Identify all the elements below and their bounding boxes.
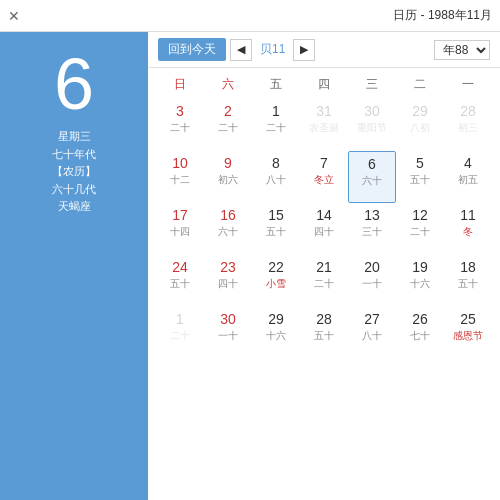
calendar-day[interactable]: 26七十 bbox=[396, 307, 444, 359]
calendar-week: 1二十30一十29十六28五十27八十26七十25感恩节 bbox=[156, 307, 492, 359]
calendar-day[interactable]: 27八十 bbox=[348, 307, 396, 359]
lunar-date: 一十 bbox=[218, 330, 238, 342]
solar-date: 30 bbox=[220, 311, 236, 328]
calendar-day[interactable]: 17十四 bbox=[156, 203, 204, 255]
prev-button[interactable]: ◀ bbox=[230, 39, 252, 61]
sidebar-day-number: 6 bbox=[54, 48, 94, 120]
solar-date: 26 bbox=[412, 311, 428, 328]
sidebar-zodiac: 天蝎座 bbox=[52, 198, 96, 216]
day-header-sun: 日 bbox=[156, 72, 204, 97]
solar-date: 12 bbox=[412, 207, 428, 224]
lunar-date: 六十 bbox=[218, 226, 238, 238]
solar-date: 22 bbox=[268, 259, 284, 276]
solar-date: 13 bbox=[364, 207, 380, 224]
calendar-day[interactable]: 8八十 bbox=[252, 151, 300, 203]
calendar-day[interactable]: 29十六 bbox=[252, 307, 300, 359]
calendar-day[interactable]: 19十六 bbox=[396, 255, 444, 307]
solar-date: 28 bbox=[460, 103, 476, 120]
month-label[interactable]: 贝11 bbox=[256, 41, 289, 58]
lunar-date: 二十 bbox=[170, 330, 190, 342]
lunar-date: 初三 bbox=[458, 122, 478, 134]
lunar-date: 四十 bbox=[218, 278, 238, 290]
solar-date: 1 bbox=[272, 103, 280, 120]
solar-date: 28 bbox=[316, 311, 332, 328]
calendar-day[interactable]: 24五十 bbox=[156, 255, 204, 307]
solar-date: 29 bbox=[268, 311, 284, 328]
calendar-day[interactable]: 1二十 bbox=[252, 99, 300, 151]
calendar-day[interactable]: 6六十 bbox=[348, 151, 396, 203]
lunar-date: 二十 bbox=[218, 122, 238, 134]
calendar-week: 3二十2二十1二十31农圣诞30重阳节29八初28初三 bbox=[156, 99, 492, 151]
solar-date: 31 bbox=[316, 103, 332, 120]
lunar-date: 二十 bbox=[410, 226, 430, 238]
solar-date: 6 bbox=[368, 156, 376, 173]
calendar-day[interactable]: 25感恩节 bbox=[444, 307, 492, 359]
calendar-day[interactable]: 20一十 bbox=[348, 255, 396, 307]
solar-date: 24 bbox=[172, 259, 188, 276]
lunar-date: 重阳节 bbox=[357, 122, 387, 134]
main-content: 6 星期三 七十年代 【农历】 六十几代 天蝎座 回到今天 ◀ 贝11 ▶ 年8… bbox=[0, 32, 500, 500]
calendar-day[interactable]: 31农圣诞 bbox=[300, 99, 348, 151]
lunar-date: 初五 bbox=[458, 174, 478, 186]
titlebar: ✕ 日历 - 1988年11月 bbox=[0, 0, 500, 32]
solar-date: 4 bbox=[464, 155, 472, 172]
solar-date: 18 bbox=[460, 259, 476, 276]
lunar-date: 五十 bbox=[170, 278, 190, 290]
calendar-day[interactable]: 13三十 bbox=[348, 203, 396, 255]
calendar-grid: 日 六 五 四 三 二 一 3二十2二十1二十31农圣诞30重阳节29八初28初… bbox=[148, 68, 500, 500]
solar-date: 15 bbox=[268, 207, 284, 224]
calendar-day[interactable]: 11冬 bbox=[444, 203, 492, 255]
calendar-day[interactable]: 15五十 bbox=[252, 203, 300, 255]
calendar-day[interactable]: 1二十 bbox=[156, 307, 204, 359]
calendar-day[interactable]: 3二十 bbox=[156, 99, 204, 151]
lunar-date: 十六 bbox=[266, 330, 286, 342]
calendar-day[interactable]: 29八初 bbox=[396, 99, 444, 151]
lunar-date: 感恩节 bbox=[453, 330, 483, 342]
calendar-day[interactable]: 22小雪 bbox=[252, 255, 300, 307]
calendar-day[interactable]: 7冬立 bbox=[300, 151, 348, 203]
next-button[interactable]: ▶ bbox=[293, 39, 315, 61]
lunar-date: 五十 bbox=[266, 226, 286, 238]
solar-date: 11 bbox=[460, 207, 476, 224]
day-header-sat: 六 bbox=[204, 72, 252, 97]
solar-date: 27 bbox=[364, 311, 380, 328]
lunar-date: 六十 bbox=[362, 175, 382, 187]
close-button[interactable]: ✕ bbox=[8, 8, 20, 24]
calendar-week: 10十二9初六8八十7冬立6六十5五十4初五 bbox=[156, 151, 492, 203]
calendar-day[interactable]: 28初三 bbox=[444, 99, 492, 151]
calendar-day[interactable]: 4初五 bbox=[444, 151, 492, 203]
lunar-date: 八十 bbox=[362, 330, 382, 342]
calendar-day[interactable]: 28五十 bbox=[300, 307, 348, 359]
lunar-date: 五十 bbox=[458, 278, 478, 290]
calendar-day[interactable]: 2二十 bbox=[204, 99, 252, 151]
calendar-day[interactable]: 30重阳节 bbox=[348, 99, 396, 151]
lunar-date: 八十 bbox=[266, 174, 286, 186]
calendar-day[interactable]: 9初六 bbox=[204, 151, 252, 203]
solar-date: 29 bbox=[412, 103, 428, 120]
calendar-day[interactable]: 30一十 bbox=[204, 307, 252, 359]
calendar-day[interactable]: 10十二 bbox=[156, 151, 204, 203]
solar-date: 14 bbox=[316, 207, 332, 224]
calendar-day[interactable]: 5五十 bbox=[396, 151, 444, 203]
calendar-day[interactable]: 12二十 bbox=[396, 203, 444, 255]
calendar-day[interactable]: 18五十 bbox=[444, 255, 492, 307]
sidebar-line4: 六十几代 bbox=[52, 181, 96, 199]
solar-date: 17 bbox=[172, 207, 188, 224]
calendar-day[interactable]: 14四十 bbox=[300, 203, 348, 255]
solar-date: 7 bbox=[320, 155, 328, 172]
solar-date: 8 bbox=[272, 155, 280, 172]
sidebar-line2: 七十年代 bbox=[52, 146, 96, 164]
day-header-tue: 二 bbox=[396, 72, 444, 97]
today-button[interactable]: 回到今天 bbox=[158, 38, 226, 61]
calendar-week: 24五十23四十22小雪21二十20一十19十六18五十 bbox=[156, 255, 492, 307]
year-select[interactable]: 年88 年89 bbox=[434, 40, 490, 60]
solar-date: 1 bbox=[176, 311, 184, 328]
calendar-header: 回到今天 ◀ 贝11 ▶ 年88 年89 bbox=[148, 32, 500, 68]
lunar-date: 八初 bbox=[410, 122, 430, 134]
calendar-weeks: 3二十2二十1二十31农圣诞30重阳节29八初28初三10十二9初六8八十7冬立… bbox=[156, 99, 492, 359]
calendar-day[interactable]: 16六十 bbox=[204, 203, 252, 255]
lunar-date: 冬 bbox=[463, 226, 473, 238]
solar-date: 16 bbox=[220, 207, 236, 224]
calendar-day[interactable]: 23四十 bbox=[204, 255, 252, 307]
calendar-day[interactable]: 21二十 bbox=[300, 255, 348, 307]
